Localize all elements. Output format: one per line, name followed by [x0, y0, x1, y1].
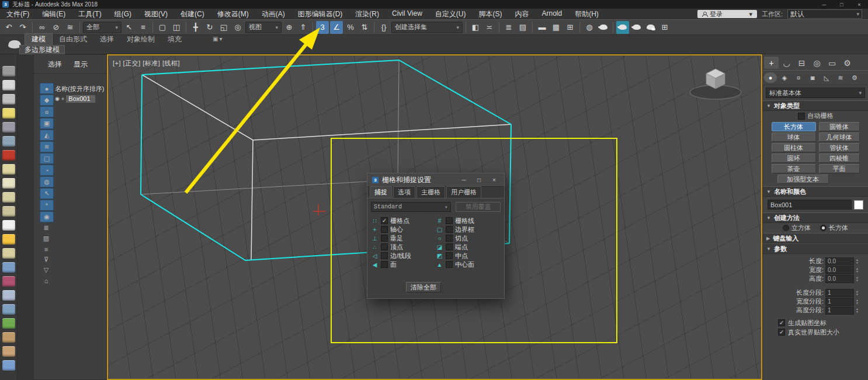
checkbox[interactable]: ✓	[381, 243, 388, 250]
undo-icon[interactable]: ↶ ▾	[2, 21, 15, 34]
clear-all-button[interactable]: 清除全部	[406, 282, 441, 292]
checkbox[interactable]: ✓	[446, 235, 453, 242]
checkbox[interactable]: ✓	[381, 261, 388, 268]
menu-item[interactable]: 内容	[508, 9, 535, 19]
display-space-warps-icon[interactable]: ≋	[40, 141, 54, 152]
light-lister-icon[interactable]	[2, 108, 15, 118]
rollout-creation-method[interactable]: ▼ 创建方法	[763, 212, 868, 223]
create-type-space-warps[interactable]: ≋	[834, 72, 847, 83]
curve-editor-icon[interactable]: ▦ ▾	[550, 21, 563, 34]
numeric-field[interactable]: 1	[825, 298, 854, 306]
create-type-helpers[interactable]: ◺	[820, 72, 833, 83]
menu-item[interactable]: 修改器(M)	[211, 9, 255, 19]
render-production-icon[interactable]: ▾	[630, 21, 643, 34]
checkbox[interactable]: ✓	[446, 261, 453, 268]
render-preview-icon[interactable]	[2, 66, 15, 76]
align-icon[interactable]: ≍ ▾	[483, 21, 496, 34]
viewport-layout-tabs-icon[interactable]: ⊞ ▾	[658, 21, 671, 34]
ribbon-tab-selection[interactable]: 选择	[93, 34, 120, 45]
display-hidden-icon[interactable]: *	[40, 200, 54, 211]
ribbon-overflow-icon[interactable]: ▣▾	[208, 36, 227, 42]
select-and-link-icon[interactable]: ∞ ▾	[36, 21, 48, 34]
creation-method-cube[interactable]: 立方体	[783, 224, 811, 232]
reference-coordinate-system-dropdown[interactable]: 视图 ▾	[245, 22, 282, 33]
checkbox[interactable]: ✓	[381, 217, 388, 224]
menu-item[interactable]: 帮助(H)	[568, 9, 605, 19]
rollout-object-type[interactable]: ▼ 对象类型	[763, 100, 868, 111]
checkbox[interactable]: ✓	[778, 329, 785, 336]
schedule-icon[interactable]	[2, 94, 15, 104]
select-object-icon[interactable]: ↖ ▾	[123, 21, 136, 34]
menu-item[interactable]: 文件(F)	[0, 9, 36, 19]
object-button-geosphere[interactable]: 几何球体	[819, 133, 860, 142]
display-frozen-icon[interactable]: ↖	[40, 188, 54, 199]
menu-item[interactable]: 视图(V)	[138, 9, 174, 19]
snap-tab-user-grids[interactable]: 用户栅格	[446, 186, 481, 198]
percent-snap-toggle-icon[interactable]: % ▾	[344, 21, 357, 34]
menu-item[interactable]: 创建(C)	[174, 9, 211, 19]
rendered-frame-window-icon[interactable]: ▾	[616, 21, 629, 34]
panel-tab-create[interactable]: +	[764, 57, 779, 69]
create-type-lights[interactable]: ¤	[792, 72, 805, 83]
motion-capture-icon[interactable]	[2, 150, 15, 161]
numeric-field[interactable]: 0.0	[825, 275, 854, 283]
dialog-titlebar[interactable]: 3 栅格和捕捉设置 ─ □ ×	[367, 173, 504, 187]
menu-item[interactable]: 脚本(S)	[472, 9, 508, 19]
create-type-shapes[interactable]: ◈	[778, 72, 791, 83]
ribbon-tab-modeling[interactable]: 建模	[25, 33, 53, 45]
material-editor-icon[interactable]: ◍ ▾	[583, 21, 596, 34]
schematic-view-icon[interactable]: ⊞ ▾	[564, 21, 577, 34]
toggle-layer-explorer-icon[interactable]: ▤ ▾	[516, 21, 529, 34]
real-world-map-size-checkbox[interactable]: ✓ 真实世界贴图大小	[763, 327, 868, 337]
select-and-manipulate-icon[interactable]: ⇑ ▾	[297, 21, 310, 34]
menu-item[interactable]: 工具(T)	[72, 9, 107, 19]
tree-sort-header[interactable]: 名称(按升序排序)	[55, 84, 105, 94]
rollout-keyboard-entry[interactable]: ▶ 键盘输入	[763, 233, 868, 243]
object-button-cylinder[interactable]: 圆柱体	[772, 143, 816, 152]
numeric-field[interactable]: 0.0	[825, 266, 854, 274]
selection-filter-dropdown[interactable]: 全部 ▾	[83, 22, 121, 33]
molecule-icon[interactable]	[2, 276, 15, 287]
sun-icon[interactable]	[2, 234, 15, 245]
pick-container-icon[interactable]: ⌂	[40, 276, 53, 285]
display-children-icon[interactable]: ◉	[40, 211, 54, 222]
object-button-teapot[interactable]: 茶壶	[772, 164, 816, 173]
ribbon-tab-populate[interactable]: 填充	[161, 34, 188, 45]
object-button-torus[interactable]: 圆环	[772, 154, 816, 163]
object-name-input[interactable]: Box001	[768, 200, 852, 210]
object-button-box[interactable]: 长方体	[772, 122, 816, 131]
display-lights-icon[interactable]: ¤	[40, 106, 54, 117]
grass-icon[interactable]	[2, 318, 15, 329]
autogrid-checkbox[interactable]: ✓	[798, 113, 805, 120]
display-helpers-icon[interactable]: ◭	[40, 130, 54, 141]
rectangular-selection-region-icon[interactable]: ▢ ▾	[156, 21, 169, 34]
create-type-systems[interactable]: ⚙	[848, 72, 861, 83]
spinner[interactable]: ▲▼	[856, 308, 859, 313]
window-crossing-toggle-icon[interactable]: ◫ ▾	[170, 21, 183, 34]
checkbox[interactable]: ✓	[446, 252, 453, 259]
ribbon-tab-object-paint[interactable]: 对象绘制	[120, 34, 161, 45]
create-type-cameras[interactable]: ◙	[806, 72, 819, 83]
checkbox[interactable]: ✓	[446, 226, 453, 233]
sort-by-type-icon[interactable]: ▥	[40, 233, 53, 243]
spinner[interactable]: ▲▼	[856, 259, 859, 264]
checkbox[interactable]: ✓	[446, 217, 453, 224]
viewport-label[interactable]: [+] [正交] [标准] [线框]	[113, 59, 180, 68]
select-and-move-icon[interactable]: ╋ ▾	[189, 21, 202, 34]
select-and-uniform-scale-icon[interactable]: ◱ ▾	[217, 21, 230, 34]
notes-icon[interactable]	[2, 80, 15, 90]
object-button-pyramid[interactable]: 四棱锥	[819, 154, 860, 163]
toggle-scene-explorer-icon[interactable]: ≣ ▾	[502, 21, 515, 34]
display-cameras-icon[interactable]: ▣	[40, 118, 54, 129]
generate-mapping-coords-checkbox[interactable]: ✓ 生成贴图坐标	[763, 318, 868, 327]
primitive-disc-icon[interactable]	[2, 248, 15, 259]
snap-tab-options[interactable]: 选项	[393, 186, 415, 198]
spinner[interactable]: ▲▼	[856, 299, 859, 305]
object-button-sphere[interactable]: 球体	[772, 133, 816, 142]
spinner[interactable]: ▲▼	[856, 267, 859, 273]
object-button-cone[interactable]: 圆锥体	[819, 122, 860, 131]
display-materials-icon[interactable]: ◍	[40, 176, 54, 187]
ribbon-tab-freeform[interactable]: 自由形式	[53, 34, 93, 45]
panel-tab-modify[interactable]: ◡	[779, 57, 794, 69]
panel-tab-display[interactable]: ▭	[825, 57, 839, 69]
